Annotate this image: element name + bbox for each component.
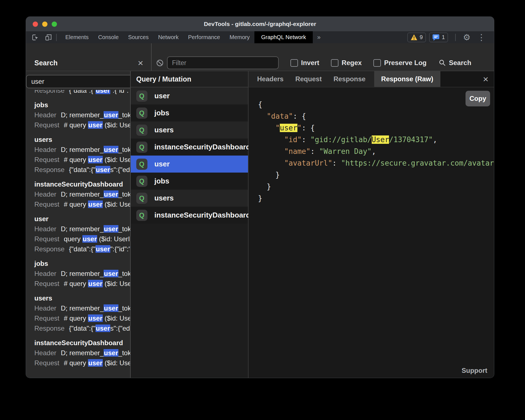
query-row-users[interactable]: Qusers (131, 121, 248, 139)
inspect-element-icon[interactable] (32, 34, 39, 41)
match-highlight: user (82, 235, 97, 243)
search-result-line[interactable]: HeaderD; remember_user_token=e (34, 145, 130, 155)
search-result-line[interactable]: Request# query user ($id: UserI (34, 199, 130, 209)
tab-sources[interactable]: Sources (123, 31, 153, 43)
menu-kebab-icon[interactable]: ⋮ (474, 33, 489, 42)
search-input[interactable] (26, 75, 131, 88)
filter-input[interactable] (167, 56, 279, 69)
settings-gear-icon[interactable]: ⚙ (460, 33, 474, 42)
query-row-user[interactable]: Quser (131, 87, 248, 104)
result-text: _token=e (118, 225, 130, 233)
query-row-user[interactable]: Quser (131, 156, 248, 173)
network-search-button[interactable]: Search (439, 59, 471, 67)
query-type-badge: Q (136, 210, 147, 221)
match-highlight: user (88, 314, 103, 322)
query-row-jobs[interactable]: Qjobs (131, 173, 248, 190)
query-row-users[interactable]: Qusers (131, 190, 248, 207)
result-text: D; remember_ (61, 304, 104, 312)
match-highlight: user (96, 245, 110, 253)
invert-checkbox-box[interactable] (290, 59, 298, 67)
more-tabs-button[interactable]: » (313, 31, 325, 43)
preserve-log-checkbox-box[interactable] (373, 59, 381, 67)
minimize-window-button[interactable] (42, 22, 47, 27)
search-result-line[interactable]: HeaderD; remember_user_token=e (34, 110, 130, 120)
tab-response-raw[interactable]: Response (Raw) (374, 71, 440, 87)
tab-network[interactable]: Network (153, 31, 183, 43)
json-response-viewer: { "data": { "user": { "id": "gid://gitla… (249, 87, 494, 204)
tab-performance[interactable]: Performance (183, 31, 225, 43)
result-line-label: Header (34, 190, 56, 198)
search-result-group-title[interactable]: user (34, 214, 130, 224)
search-result-line[interactable]: Requestquery user ($id: UserI (34, 234, 130, 244)
tab-console[interactable]: Console (93, 31, 123, 43)
search-result-line[interactable]: HeaderD; remember_user_token=e (34, 348, 130, 358)
search-result-group-title[interactable]: instanceSecurityDashboard (34, 338, 130, 348)
search-result-line[interactable]: Request# query user ($id: UserI (34, 279, 130, 289)
preserve-log-checkbox[interactable]: Preserve Log (373, 59, 426, 67)
result-text: {"data":{" (69, 90, 96, 94)
search-result-line[interactable]: Request# query user ($id: UserI (34, 120, 130, 130)
warnings-badge[interactable]: 9 (407, 33, 426, 42)
search-result-group: instanceSecurityDashboardHeaderD; rememb… (34, 179, 130, 209)
copy-button[interactable]: Copy (466, 91, 490, 106)
search-result-line[interactable]: Request# query user ($id: UserI (34, 313, 130, 323)
regex-checkbox[interactable]: Regex (331, 59, 362, 67)
tab-graphql-network[interactable]: GraphQL Network (254, 31, 312, 43)
search-result-line[interactable]: HeaderD; remember_user_token=e (34, 189, 130, 199)
devtools-tab-bar: ElementsConsoleSourcesNetworkPerformance… (26, 31, 494, 43)
result-text: s":{"edges (110, 166, 130, 173)
messages-badge[interactable]: 1 (429, 33, 448, 42)
regex-checkbox-box[interactable] (331, 59, 338, 67)
support-link[interactable]: Support (462, 367, 487, 374)
search-result-line[interactable]: HeaderD; remember_user_token=e (34, 224, 130, 234)
device-toolbar-icon[interactable] (45, 34, 52, 41)
search-results-panel: Response{"data":{"user":{"id":"gidjobsHe… (26, 71, 131, 378)
search-result-line[interactable]: Response{"data":{"users":{"edges (34, 165, 130, 175)
search-result-group-title[interactable]: users (34, 135, 130, 145)
tab-headers[interactable]: Headers (251, 71, 290, 87)
search-result-group: userHeaderD; remember_user_token=eReques… (34, 214, 130, 254)
json-token: : { (293, 112, 306, 120)
tab-request[interactable]: Request (289, 71, 328, 87)
search-result-line[interactable]: Response{"data":{"users":{"edges (34, 323, 130, 333)
zoom-window-button[interactable] (52, 22, 57, 27)
match-highlight: user (104, 146, 118, 153)
close-detail-icon[interactable]: × (477, 74, 494, 84)
query-row-instancesecuritydashboard[interactable]: QinstanceSecurityDashboard (131, 139, 248, 156)
search-result-line[interactable]: HeaderD; remember_user_token=e (34, 269, 130, 279)
result-text: D; remember_ (61, 349, 104, 357)
search-result-group-title[interactable]: jobs (34, 259, 130, 269)
search-result-line[interactable]: Request# query user ($id: UserI (34, 155, 130, 165)
close-search-icon[interactable]: × (138, 58, 143, 68)
json-token: , (433, 135, 437, 144)
invert-checkbox[interactable]: Invert (290, 59, 319, 67)
main-tabs: ElementsConsoleSourcesNetworkPerformance… (61, 31, 313, 43)
json-token: "Warren Day" (319, 147, 372, 156)
tab-elements[interactable]: Elements (61, 31, 93, 43)
query-row-jobs[interactable]: Qjobs (131, 104, 248, 121)
search-result-line[interactable]: Response{"data":{"user":{"id":"gid (34, 90, 130, 96)
query-row-instancesecuritydashboard[interactable]: QinstanceSecurityDashboard (131, 207, 248, 224)
search-result-group-title[interactable]: users (34, 293, 130, 303)
match-highlight: user (88, 280, 103, 287)
search-result-group-title[interactable]: instanceSecurityDashboard (34, 179, 130, 189)
json-token: " (275, 124, 280, 132)
search-result-line[interactable]: HeaderD; remember_user_token=e (34, 303, 130, 313)
result-line-label: Request (34, 156, 59, 163)
close-window-button[interactable] (33, 22, 38, 27)
tabbar-separator-2 (455, 34, 456, 41)
json-token: "id" (284, 135, 302, 144)
tab-response[interactable]: Response (328, 71, 371, 87)
result-text: _token=e (118, 349, 130, 357)
result-line-label: Response (34, 90, 65, 94)
result-text: ($id: UserI (97, 235, 130, 243)
result-line-label: Request (34, 201, 59, 208)
clear-icon[interactable] (156, 59, 164, 67)
result-line-label: Request (34, 359, 59, 367)
json-line: "data": { (258, 110, 494, 122)
search-result-line[interactable]: Response{"data":{"user":{"id":"gid (34, 244, 130, 254)
search-result-line[interactable]: Request# query user ($id: UserI (34, 358, 130, 368)
search-result-group-title[interactable]: jobs (34, 100, 130, 110)
tab-memory[interactable]: Memory (225, 31, 254, 43)
result-text: # query (64, 201, 88, 208)
